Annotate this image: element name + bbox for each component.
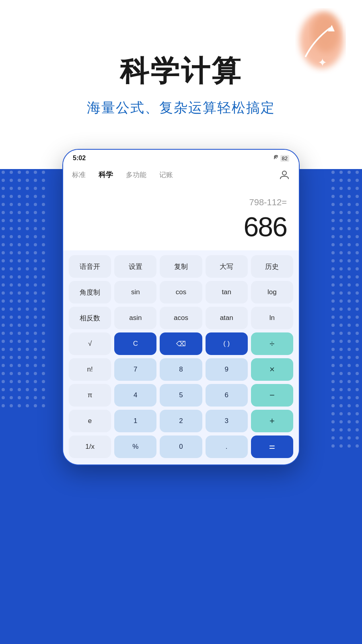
battery-icon: 82 [280,155,289,162]
tab-accounting[interactable]: 记账 [158,169,174,181]
status-icons: 82 [271,155,289,162]
dot-pattern-left [0,169,48,411]
calc-btn-n-[interactable]: n! [69,358,111,381]
calc-btn---[interactable]: 设置 [114,255,156,278]
calc-btn----[interactable]: 角度制 [69,281,111,303]
finger-decoration: ✦ [282,8,346,89]
main-title: 科学计算 [120,52,242,91]
nav-tabs: 标准 科学 多功能 记账 [63,165,299,186]
profile-icon[interactable] [278,168,291,181]
calc-btn-1[interactable]: 1 [114,410,156,432]
calc-btn----[interactable]: 相反数 [69,307,111,329]
calc-btn--[interactable]: . [206,436,248,458]
calc-btn--[interactable]: ⌫ [160,332,202,355]
calc-btn-sin[interactable]: sin [114,281,156,303]
calc-btn---[interactable]: 历史 [251,255,293,278]
calc-btn--[interactable]: √ [69,332,111,355]
calc-btn-acos[interactable]: acos [160,307,202,329]
calc-btn-6[interactable]: 6 [206,384,248,407]
tab-multifunction[interactable]: 多功能 [125,169,147,181]
wifi-icon [271,155,278,162]
calc-btn---[interactable]: 大写 [206,255,248,278]
svg-point-8 [282,171,286,175]
calc-btn-3[interactable]: 3 [206,410,248,432]
calc-btn-cos[interactable]: cos [160,281,202,303]
calc-btn-5[interactable]: 5 [160,384,202,407]
calc-btn--[interactable]: π [69,384,111,407]
dot-pattern-right [330,169,362,451]
tab-science[interactable]: 科学 [98,168,114,181]
status-time: 5:02 [73,155,86,162]
calc-btn--[interactable]: ÷ [251,332,293,355]
calc-btn--[interactable]: − [251,384,293,407]
status-bar: 5:02 82 [63,150,299,165]
svg-text:✦: ✦ [318,56,327,69]
calc-btn-atan[interactable]: atan [206,307,248,329]
display-area: 798-112= 686 [63,186,299,250]
calc-btn-0[interactable]: 0 [160,436,202,458]
calc-btn-4[interactable]: 4 [114,384,156,407]
calc-btn-9[interactable]: 9 [206,358,248,381]
phone-mockup: 5:02 82 标准 科学 多功能 记账 [62,149,300,465]
calc-btn-2[interactable]: 2 [160,410,202,432]
calc-btn-C[interactable]: C [114,332,156,355]
calc-btn----[interactable]: ( ) [206,332,248,355]
calc-btn--[interactable]: % [114,436,156,458]
button-grid: 语音开设置复制大写历史角度制sincostanlog相反数asinacosata… [63,250,299,464]
calc-btn-log[interactable]: log [251,281,293,303]
calc-btn-ln[interactable]: ln [251,307,293,329]
calc-btn-tan[interactable]: tan [206,281,248,303]
calc-btn--[interactable]: = [251,436,293,458]
calc-btn-8[interactable]: 8 [160,358,202,381]
expression: 798-112= [249,197,287,208]
calc-btn-asin[interactable]: asin [114,307,156,329]
calc-btn-7[interactable]: 7 [114,358,156,381]
calc-btn----[interactable]: 语音开 [69,255,111,278]
calc-btn--[interactable]: × [251,358,293,381]
tab-standard[interactable]: 标准 [71,169,86,181]
svg-rect-3 [330,169,362,451]
svg-rect-1 [0,169,48,411]
subtitle: 海量公式、复杂运算轻松搞定 [87,99,275,117]
nav-tabs-left: 标准 科学 多功能 记账 [71,168,174,181]
calc-btn--[interactable]: + [251,410,293,432]
result: 686 [244,211,287,242]
calc-btn-1-x[interactable]: 1/x [69,436,111,458]
calc-btn---[interactable]: 复制 [160,255,202,278]
calc-btn-e[interactable]: e [69,410,111,432]
